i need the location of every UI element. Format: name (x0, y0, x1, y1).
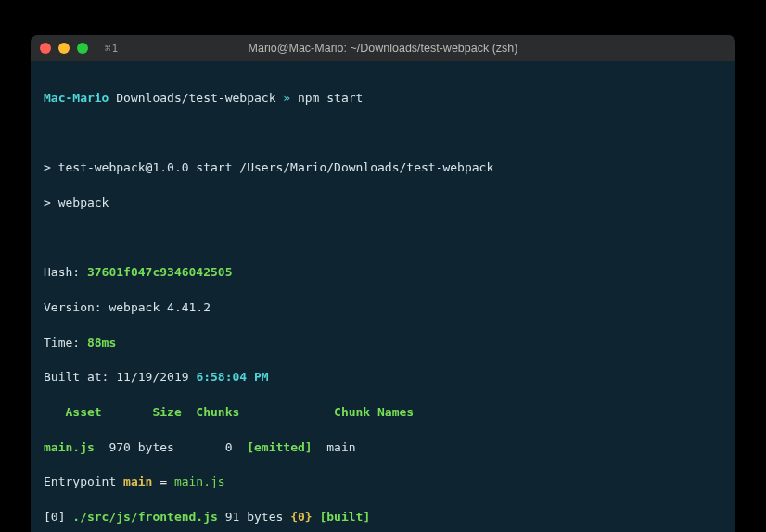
window-title: Mario@Mac-Mario: ~/Downloads/test-webpac… (31, 42, 735, 55)
prompt-host: Mac-Mario (44, 91, 109, 105)
prompt-path: Downloads/test-webpack (116, 91, 275, 105)
time-value: 88ms (87, 336, 116, 349)
zoom-icon[interactable] (77, 43, 88, 54)
hash-label: Hash: (44, 265, 87, 279)
time-label: Time: (44, 336, 87, 349)
chunk-names: main (313, 440, 356, 454)
shortcut-icon: ⌘1 (105, 43, 119, 55)
module-path: ./src/js/frontend.js (72, 510, 218, 524)
built-time: 6:58:04 PM (196, 370, 268, 384)
close-icon[interactable] (40, 43, 51, 54)
minimize-icon[interactable] (58, 43, 70, 54)
version-label: Version: (44, 300, 109, 314)
module-index: [0] (44, 510, 72, 524)
table-header: Asset Size Chunks Chunk Names (44, 405, 414, 419)
built-date: 11/19/2019 (116, 370, 196, 384)
terminal-window: ⌘1 Mario@Mac-Mario: ~/Downloads/test-web… (31, 35, 735, 532)
command-text: npm start (298, 91, 363, 105)
entrypoint-name: main (123, 475, 152, 488)
npm-script-line: > test-webpack@1.0.0 start /Users/Mario/… (44, 159, 722, 177)
entrypoint-file: main.js (174, 475, 225, 488)
module-chunks: {0} (290, 510, 312, 524)
built-label: Built at: (44, 370, 116, 384)
entrypoint-eq: = (152, 475, 173, 488)
prompt-sep: » (275, 91, 297, 105)
asset-name: main.js (44, 440, 95, 454)
npm-script-line: > webpack (44, 195, 722, 212)
terminal-body[interactable]: Mac-Mario Downloads/test-webpack » npm s… (31, 61, 735, 532)
titlebar[interactable]: ⌘1 Mario@Mac-Mario: ~/Downloads/test-web… (31, 35, 735, 61)
built-tag: [built] (319, 510, 370, 524)
hash-value: 37601f047c9346042505 (87, 265, 233, 279)
version-value: webpack 4.41.2 (109, 300, 211, 314)
asset-size: 970 bytes (95, 440, 174, 454)
emitted-tag: [emitted] (247, 440, 312, 454)
asset-chunks: 0 (174, 440, 247, 454)
entrypoint-label: Entrypoint (44, 475, 123, 488)
module-size: 91 bytes (218, 510, 290, 524)
traffic-lights (40, 43, 88, 54)
